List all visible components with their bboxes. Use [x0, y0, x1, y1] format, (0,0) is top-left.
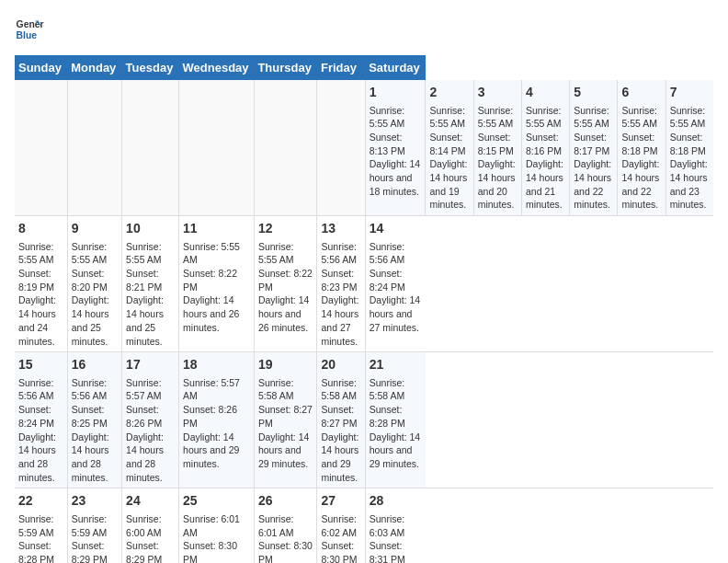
calendar-cell: 8Sunrise: 5:55 AMSunset: 8:19 PMDaylight… — [15, 216, 67, 352]
calendar-week-0: 1Sunrise: 5:55 AMSunset: 8:13 PMDaylight… — [15, 80, 713, 216]
calendar-cell — [317, 80, 365, 216]
calendar-cell: 20Sunrise: 5:58 AMSunset: 8:27 PMDayligh… — [317, 352, 365, 488]
daylight: Daylight: 14 hours and 18 minutes. — [370, 158, 420, 196]
sunset: Sunset: 8:30 PM — [258, 540, 313, 563]
sunrise: Sunrise: 5:57 AM — [126, 377, 162, 402]
calendar-week-1: 8Sunrise: 5:55 AMSunset: 8:19 PMDaylight… — [15, 216, 713, 352]
calendar-week-2: 15Sunrise: 5:56 AMSunset: 8:24 PMDayligh… — [15, 352, 713, 488]
sunset: Sunset: 8:31 PM — [370, 540, 405, 563]
calendar-cell: 19Sunrise: 5:58 AMSunset: 8:27 PMDayligh… — [254, 352, 317, 488]
daylight: Daylight: 14 hours and 22 minutes. — [621, 158, 659, 210]
calendar-cell: 6Sunrise: 5:55 AMSunset: 8:18 PMDaylight… — [618, 80, 665, 216]
day-number: 3 — [478, 84, 518, 102]
sunset: Sunset: 8:23 PM — [321, 268, 357, 293]
header-wednesday: Wednesday — [179, 55, 255, 80]
sunrise: Sunrise: 5:55 AM — [72, 241, 108, 266]
day-number: 25 — [183, 492, 250, 511]
calendar-cell: 16Sunrise: 5:56 AMSunset: 8:25 PMDayligh… — [67, 352, 121, 488]
day-number: 20 — [321, 356, 360, 374]
sunrise: Sunrise: 5:57 AM — [183, 377, 240, 402]
sunrise: Sunrise: 5:56 AM — [321, 241, 357, 266]
calendar-cell: 18Sunrise: 5:57 AMSunset: 8:26 PMDayligh… — [179, 352, 255, 488]
logo: General Blue — [15, 15, 44, 44]
sunrise: Sunrise: 5:55 AM — [370, 105, 405, 130]
calendar-cell: 25Sunrise: 6:01 AMSunset: 8:30 PMDayligh… — [179, 488, 255, 563]
sunset: Sunset: 8:24 PM — [370, 268, 405, 293]
daylight: Daylight: 14 hours and 22 minutes. — [574, 158, 611, 210]
calendar-cell: 14Sunrise: 5:56 AMSunset: 8:24 PMDayligh… — [365, 216, 426, 352]
sunrise: Sunrise: 5:56 AM — [18, 377, 54, 402]
sunrise: Sunrise: 6:01 AM — [183, 513, 240, 538]
daylight: Daylight: 14 hours and 19 minutes. — [429, 158, 467, 210]
header-friday: Friday — [317, 55, 365, 80]
daylight: Daylight: 14 hours and 29 minutes. — [321, 431, 358, 483]
day-number: 4 — [526, 84, 565, 102]
header-saturday: Saturday — [365, 55, 426, 80]
sunset: Sunset: 8:18 PM — [670, 132, 706, 156]
calendar-cell: 27Sunrise: 6:02 AMSunset: 8:30 PMDayligh… — [317, 488, 365, 563]
day-number: 9 — [72, 220, 118, 238]
daylight: Daylight: 14 hours and 25 minutes. — [72, 294, 109, 346]
calendar-cell — [254, 80, 317, 216]
calendar-cell: 22Sunrise: 5:59 AMSunset: 8:28 PMDayligh… — [15, 488, 67, 563]
sunset: Sunset: 8:21 PM — [126, 268, 162, 293]
calendar-cell: 3Sunrise: 5:55 AMSunset: 8:15 PMDaylight… — [473, 80, 521, 216]
header: General Blue — [15, 15, 713, 44]
day-number: 8 — [18, 220, 63, 238]
sunrise: Sunrise: 5:59 AM — [18, 513, 54, 538]
sunset: Sunset: 8:24 PM — [18, 404, 54, 429]
sunset: Sunset: 8:19 PM — [18, 268, 54, 293]
calendar-cell: 26Sunrise: 6:01 AMSunset: 8:30 PMDayligh… — [254, 488, 317, 563]
day-number: 24 — [126, 492, 175, 511]
sunset: Sunset: 8:29 PM — [72, 540, 108, 563]
sunset: Sunset: 8:22 PM — [183, 268, 237, 293]
sunrise: Sunrise: 5:55 AM — [126, 241, 162, 266]
header-sunday: Sunday — [15, 55, 67, 80]
sunrise: Sunrise: 5:59 AM — [72, 513, 108, 538]
calendar-table: SundayMondayTuesdayWednesdayThursdayFrid… — [15, 55, 713, 563]
sunrise: Sunrise: 5:58 AM — [370, 377, 405, 402]
daylight: Daylight: 14 hours and 23 minutes. — [670, 158, 708, 210]
calendar-cell: 13Sunrise: 5:56 AMSunset: 8:23 PMDayligh… — [317, 216, 365, 352]
day-number: 5 — [574, 84, 613, 102]
sunrise: Sunrise: 5:55 AM — [429, 105, 465, 130]
header-row: SundayMondayTuesdayWednesdayThursdayFrid… — [15, 55, 713, 80]
sunset: Sunset: 8:25 PM — [72, 404, 108, 429]
daylight: Daylight: 14 hours and 25 minutes. — [126, 294, 164, 346]
day-number: 19 — [258, 356, 313, 374]
day-number: 22 — [18, 492, 63, 511]
calendar-cell — [67, 80, 121, 216]
calendar-cell: 12Sunrise: 5:55 AMSunset: 8:22 PMDayligh… — [254, 216, 317, 352]
sunrise: Sunrise: 5:55 AM — [183, 241, 240, 266]
day-number: 6 — [621, 84, 661, 102]
sunset: Sunset: 8:30 PM — [183, 540, 237, 563]
sunrise: Sunrise: 5:55 AM — [526, 105, 562, 130]
sunset: Sunset: 8:27 PM — [321, 404, 357, 429]
calendar-cell: 10Sunrise: 5:55 AMSunset: 8:21 PMDayligh… — [122, 216, 179, 352]
sunset: Sunset: 8:17 PM — [574, 132, 609, 156]
day-number: 11 — [183, 220, 250, 238]
daylight: Daylight: 14 hours and 28 minutes. — [72, 431, 109, 483]
day-number: 14 — [370, 220, 422, 238]
sunrise: Sunrise: 6:00 AM — [126, 513, 162, 538]
day-number: 1 — [370, 84, 422, 102]
day-number: 10 — [126, 220, 175, 238]
day-number: 21 — [370, 356, 422, 374]
daylight: Daylight: 14 hours and 27 minutes. — [321, 294, 358, 346]
calendar-week-3: 22Sunrise: 5:59 AMSunset: 8:28 PMDayligh… — [15, 488, 713, 563]
day-number: 28 — [370, 492, 422, 511]
calendar-cell: 4Sunrise: 5:55 AMSunset: 8:16 PMDaylight… — [521, 80, 569, 216]
sunset: Sunset: 8:13 PM — [370, 132, 405, 156]
sunrise: Sunrise: 5:56 AM — [370, 241, 405, 266]
sunrise: Sunrise: 6:02 AM — [321, 513, 357, 538]
calendar-cell: 9Sunrise: 5:55 AMSunset: 8:20 PMDaylight… — [67, 216, 121, 352]
sunset: Sunset: 8:26 PM — [126, 404, 162, 429]
sunrise: Sunrise: 5:58 AM — [321, 377, 357, 402]
calendar-cell: 28Sunrise: 6:03 AMSunset: 8:31 PMDayligh… — [365, 488, 426, 563]
daylight: Daylight: 14 hours and 20 minutes. — [478, 158, 516, 210]
logo-icon: General Blue — [15, 15, 44, 44]
sunrise: Sunrise: 5:55 AM — [478, 105, 514, 130]
calendar-body: 1Sunrise: 5:55 AMSunset: 8:13 PMDaylight… — [15, 80, 713, 563]
daylight: Daylight: 14 hours and 27 minutes. — [370, 294, 420, 332]
daylight: Daylight: 14 hours and 28 minutes. — [126, 431, 164, 483]
